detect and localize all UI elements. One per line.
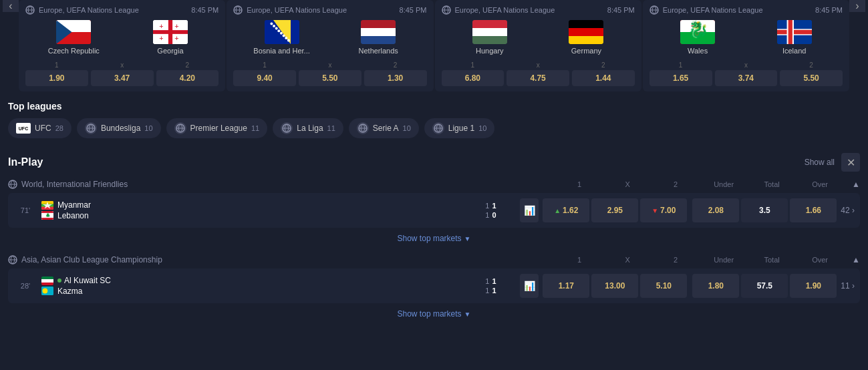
chart-btn-1-0[interactable]: 📊	[520, 274, 539, 298]
in-play-title: In-Play	[8, 156, 43, 168]
show-top-markets-1[interactable]: Show top markets ▼	[8, 305, 860, 323]
row-team-0-0-0: Myanmar	[57, 200, 481, 210]
sport-group-header-1: Asia, Asian Club League Championship1X2U…	[8, 251, 860, 268]
match-2-team-1: Germany	[556, 20, 616, 55]
league-chip-name-3: La Liga	[297, 124, 323, 133]
odds-cell-1-0-2[interactable]: 5.10	[640, 274, 687, 298]
row-scores-1-0: 1111	[485, 277, 512, 295]
odd-btn-1-2[interactable]: 1.30	[364, 70, 427, 86]
league-ball-5	[432, 122, 444, 134]
more-markets-0-0[interactable]: 42 ›	[841, 206, 855, 215]
odds-cell-1-0-1[interactable]: 13.00	[591, 274, 638, 298]
league-chip-count-0: 28	[55, 124, 63, 132]
live-dot	[57, 279, 61, 283]
row-flags-1-0	[41, 276, 53, 295]
svg-point-15	[270, 22, 273, 25]
svg-point-18	[277, 29, 280, 32]
col-headers-0: 1X2UnderTotalOver	[555, 180, 844, 188]
match-teams-3: 🐉 Wales Iceland	[649, 20, 843, 55]
odds-group2-0-0: 2.083.51.66	[692, 198, 837, 222]
top-leagues-title: Top leagues	[8, 101, 860, 112]
match-league-3: Europe, UEFA Nations League8:45 PM	[649, 5, 843, 15]
odds-cell-1-0-0[interactable]: 1.17	[543, 274, 589, 298]
match-card-0: Europe, UEFA Nations League8:45 PMCzech …	[19, 0, 225, 91]
league-chip-5[interactable]: Ligue 110	[424, 118, 495, 138]
odds-cell-0-0-0[interactable]: ▲1.62	[543, 198, 589, 222]
svg-text:+: +	[174, 22, 178, 30]
match-row-1-0: 28' Al Kuwait SCKazma1111📊1.1713.005.101…	[8, 268, 860, 303]
odd-2-2: 21.44	[572, 61, 635, 86]
odd-btn-2-0[interactable]: 6.80	[442, 70, 504, 86]
odd-btn-0-0[interactable]: 1.90	[25, 70, 88, 86]
odds-group1-0-0: ▲1.622.95▼7.00	[543, 198, 687, 222]
svg-text:🐉: 🐉	[688, 20, 709, 40]
svg-rect-6	[153, 30, 188, 34]
sport-group-0: World, International Friendlies1X2UnderT…	[8, 176, 860, 247]
collapse-btn-1[interactable]: ▲	[852, 255, 860, 264]
svg-text:🌲: 🌲	[45, 212, 51, 218]
next-btn[interactable]: ›	[849, 0, 865, 12]
odd-2-1: x4.75	[507, 61, 569, 86]
league-chip-count-1: 10	[144, 124, 152, 132]
league-chip-0[interactable]: UFCUFC28	[8, 118, 71, 138]
show-top-markets-0[interactable]: Show top markets ▼	[8, 230, 860, 247]
svg-point-22	[287, 39, 289, 42]
match-teams-2: HungaryGermany	[442, 20, 635, 55]
prev-btn[interactable]: ‹	[3, 0, 19, 12]
col-header-1-3: Under	[700, 256, 748, 264]
odd-1-1: x5.50	[299, 61, 361, 86]
close-inplay-btn[interactable]: ✕	[841, 153, 860, 172]
collapse-btn-0[interactable]: ▲	[852, 180, 860, 189]
odds-cell2-1-0-2[interactable]: 1.90	[790, 274, 837, 298]
odds-cell2-1-0-1[interactable]: 57.5	[741, 274, 788, 298]
odd-btn-0-2[interactable]: 4.20	[156, 70, 219, 86]
show-all-label: Show all	[805, 158, 835, 167]
odds-cell-0-0-2[interactable]: ▼7.00	[640, 198, 687, 222]
league-chip-name-2: Premier League	[190, 124, 247, 133]
odd-btn-0-1[interactable]: 3.47	[91, 70, 154, 86]
odd-0-0: 11.90	[25, 61, 88, 86]
sport-name-1: Asia, Asian Club League Championship	[21, 255, 162, 264]
row-flags-0-0: 🌲	[41, 201, 53, 220]
league-chip-2[interactable]: Premier League11	[166, 118, 268, 138]
odd-btn-2-2[interactable]: 1.44	[572, 70, 635, 86]
match-card-2: Europe, UEFA Nations League8:45 PMHungar…	[435, 0, 641, 91]
odd-btn-3-2[interactable]: 5.50	[780, 70, 843, 86]
league-chip-4[interactable]: Serie A10	[349, 118, 419, 138]
row-flag-0-0-1: 🌲	[41, 211, 53, 220]
leagues-list: UFCUFC28 Bundesliga10 Premier League11 L…	[8, 118, 860, 138]
odds-group1-1-0: 1.1713.005.10	[543, 274, 687, 298]
sport-icon-1	[8, 255, 17, 264]
row-team-0-0-1: Lebanon	[57, 211, 481, 220]
league-ball-3	[281, 122, 293, 134]
match-3-team-0: 🐉 Wales	[668, 20, 728, 55]
odd-btn-1-1[interactable]: 5.50	[299, 70, 361, 86]
odds-cell-0-0-1[interactable]: 2.95	[591, 198, 638, 222]
match-0-team-0: Czech Republic	[43, 20, 104, 55]
odds-group2-1-0: 1.8057.51.90	[692, 274, 837, 298]
odd-btn-3-0[interactable]: 1.65	[649, 70, 712, 86]
arrow-down: ▼	[652, 207, 658, 214]
sport-group-1: Asia, Asian Club League Championship1X2U…	[8, 251, 860, 323]
chart-btn-0-0[interactable]: 📊	[520, 198, 539, 222]
odds-cell2-0-0-0[interactable]: 2.08	[692, 198, 739, 222]
odd-btn-2-1[interactable]: 4.75	[507, 70, 569, 86]
col-header-0-5: Over	[796, 180, 844, 188]
league-chip-3[interactable]: La Liga11	[273, 118, 343, 138]
col-header-0-3: Under	[700, 180, 748, 188]
league-chip-1[interactable]: Bundesliga10	[77, 118, 161, 138]
odds-cell2-0-0-2[interactable]: 1.66	[790, 198, 837, 222]
sport-name-0: World, International Friendlies	[21, 180, 128, 189]
in-play-section: In-Play Show all ✕ World, International …	[0, 144, 868, 329]
match-1-team-0: Bosnia and Her...	[252, 20, 312, 55]
svg-point-58	[43, 289, 48, 294]
league-chip-name-4: Serie A	[373, 124, 399, 133]
match-odds-3: 11.65x3.7425.50	[649, 61, 843, 86]
odd-btn-1-0[interactable]: 9.40	[233, 70, 296, 86]
show-all-btn[interactable]: Show all	[805, 158, 835, 167]
svg-rect-53	[41, 218, 53, 220]
more-markets-1-0[interactable]: 11 ›	[841, 281, 855, 291]
odds-cell2-1-0-0[interactable]: 1.80	[692, 274, 739, 298]
odds-cell2-0-0-1[interactable]: 3.5	[741, 198, 788, 222]
odd-btn-3-1[interactable]: 3.74	[715, 70, 778, 86]
